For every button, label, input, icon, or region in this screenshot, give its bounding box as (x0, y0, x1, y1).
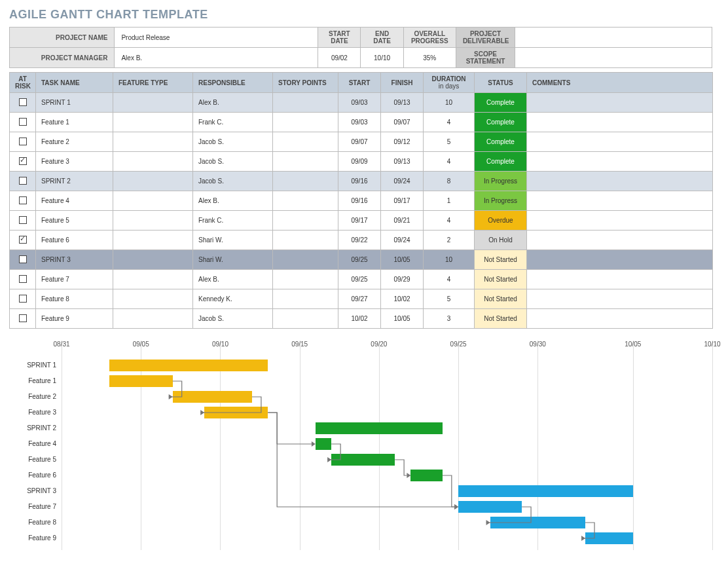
at-risk-checkbox[interactable] (10, 309, 36, 329)
gantt-bar[interactable] (109, 360, 268, 371)
end-date[interactable]: 10/10 (361, 48, 403, 68)
task-row[interactable]: Feature 8Kennedy K.09/2710/025Not Starte… (10, 289, 713, 309)
status[interactable]: Not Started (475, 309, 527, 329)
finish[interactable]: 09/21 (381, 211, 424, 231)
story-points[interactable] (273, 172, 338, 191)
feature-type[interactable] (113, 231, 193, 250)
comments[interactable] (527, 152, 713, 172)
start[interactable]: 10/02 (338, 309, 381, 329)
status[interactable]: On Hold (475, 231, 527, 250)
task-row[interactable]: SPRINT 2Jacob S.09/1609/248In Progress (10, 172, 713, 191)
responsible[interactable]: Jacob S. (193, 152, 273, 172)
start[interactable]: 09/09 (338, 152, 381, 172)
status[interactable]: Complete (475, 113, 527, 132)
finish[interactable]: 09/07 (381, 113, 424, 132)
comments[interactable] (527, 191, 713, 211)
feature-type[interactable] (113, 191, 193, 211)
feature-type[interactable] (113, 250, 193, 270)
status[interactable]: Not Started (475, 270, 527, 289)
responsible[interactable]: Jacob S. (193, 132, 273, 152)
comments[interactable] (527, 309, 713, 329)
gantt-bar[interactable] (585, 532, 633, 544)
responsible[interactable]: Kennedy K. (193, 289, 273, 309)
story-points[interactable] (273, 309, 338, 329)
task-row[interactable]: Feature 6Shari W.09/2209/242On Hold (10, 231, 713, 250)
gantt-bar[interactable] (173, 391, 252, 403)
finish[interactable]: 09/29 (381, 270, 424, 289)
comments[interactable] (527, 132, 713, 152)
start[interactable]: 09/27 (338, 289, 381, 309)
gantt-bar[interactable] (458, 501, 522, 513)
responsible[interactable]: Alex B. (193, 270, 273, 289)
finish[interactable]: 09/24 (381, 231, 424, 250)
at-risk-checkbox[interactable] (10, 250, 36, 270)
story-points[interactable] (273, 231, 338, 250)
at-risk-checkbox[interactable] (10, 113, 36, 132)
at-risk-checkbox[interactable] (10, 172, 36, 191)
status[interactable]: Overdue (475, 211, 527, 231)
feature-type[interactable] (113, 309, 193, 329)
gantt-bar[interactable] (458, 485, 633, 497)
at-risk-checkbox[interactable] (10, 93, 36, 113)
task-row[interactable]: Feature 7Alex B.09/2509/294Not Started (10, 270, 713, 289)
task-row[interactable]: SPRINT 1Alex B.09/0309/1310Complete (10, 93, 713, 113)
scope-statement[interactable] (515, 48, 712, 68)
status[interactable]: Complete (475, 152, 527, 172)
comments[interactable] (527, 270, 713, 289)
responsible[interactable]: Alex B. (193, 191, 273, 211)
finish[interactable]: 09/24 (381, 172, 424, 191)
story-points[interactable] (273, 191, 338, 211)
gantt-bar[interactable] (316, 422, 443, 434)
finish[interactable]: 09/13 (381, 93, 424, 113)
finish[interactable]: 10/05 (381, 309, 424, 329)
task-row[interactable]: Feature 1Frank C.09/0309/074Complete (10, 113, 713, 132)
start-date[interactable]: 09/02 (318, 48, 361, 68)
story-points[interactable] (273, 289, 338, 309)
overall-progress[interactable]: 35% (403, 48, 456, 68)
story-points[interactable] (273, 113, 338, 132)
task-row[interactable]: Feature 2Jacob S.09/0709/125Complete (10, 132, 713, 152)
at-risk-checkbox[interactable] (10, 152, 36, 172)
responsible[interactable]: Alex B. (193, 93, 273, 113)
task-row[interactable]: SPRINT 3Shari W.09/2510/0510Not Started (10, 250, 713, 270)
task-row[interactable]: Feature 5Frank C.09/1709/214Overdue (10, 211, 713, 231)
task-row[interactable]: Feature 4Alex B.09/1609/171In Progress (10, 191, 713, 211)
project-manager[interactable]: Alex B. (115, 48, 318, 68)
comments[interactable] (527, 172, 713, 191)
gantt-bar[interactable] (490, 517, 585, 528)
start[interactable]: 09/25 (338, 250, 381, 270)
status[interactable]: Not Started (475, 250, 527, 270)
status[interactable]: In Progress (475, 172, 527, 191)
comments[interactable] (527, 250, 713, 270)
gantt-bar[interactable] (316, 438, 331, 450)
at-risk-checkbox[interactable] (10, 191, 36, 211)
story-points[interactable] (273, 270, 338, 289)
start[interactable]: 09/17 (338, 211, 381, 231)
responsible[interactable]: Frank C. (193, 211, 273, 231)
task-row[interactable]: Feature 9Jacob S.10/0210/053Not Started (10, 309, 713, 329)
gantt-bar[interactable] (109, 375, 173, 387)
status[interactable]: Complete (475, 132, 527, 152)
task-row[interactable]: Feature 3Jacob S.09/0909/134Complete (10, 152, 713, 172)
feature-type[interactable] (113, 113, 193, 132)
gantt-bar[interactable] (331, 454, 395, 466)
gantt-bar[interactable] (204, 407, 268, 418)
start[interactable]: 09/03 (338, 113, 381, 132)
responsible[interactable]: Shari W. (193, 231, 273, 250)
project-name[interactable]: Product Release (115, 28, 318, 48)
project-deliverable[interactable] (515, 28, 712, 48)
at-risk-checkbox[interactable] (10, 211, 36, 231)
finish[interactable]: 09/13 (381, 152, 424, 172)
finish[interactable]: 09/12 (381, 132, 424, 152)
status[interactable]: Complete (475, 93, 527, 113)
start[interactable]: 09/07 (338, 132, 381, 152)
comments[interactable] (527, 231, 713, 250)
at-risk-checkbox[interactable] (10, 289, 36, 309)
responsible[interactable]: Shari W. (193, 250, 273, 270)
comments[interactable] (527, 289, 713, 309)
story-points[interactable] (273, 93, 338, 113)
gantt-bar[interactable] (410, 470, 442, 481)
feature-type[interactable] (113, 211, 193, 231)
at-risk-checkbox[interactable] (10, 231, 36, 250)
feature-type[interactable] (113, 132, 193, 152)
